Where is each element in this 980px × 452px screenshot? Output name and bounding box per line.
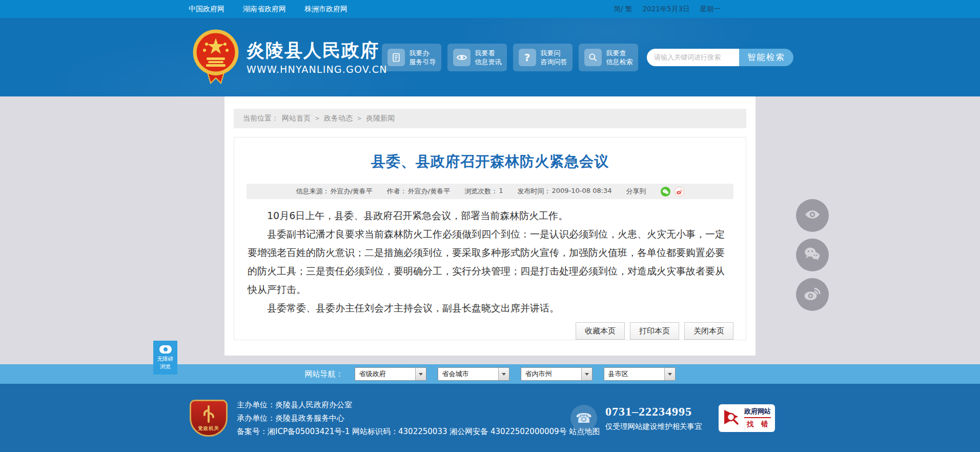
meta-author-label: 作者： (387, 187, 407, 196)
main-area: 当前位置： 网站首页 ＞ 政务动态 ＞ 炎陵新闻 县委、县政府召开森林防火紧急会… (0, 96, 980, 364)
weibo-share-button[interactable] (796, 278, 829, 311)
link-hunan-gov[interactable]: 湖南省政府网 (243, 5, 286, 14)
share-label: 分享到 (626, 187, 646, 196)
article-title: 县委、县政府召开森林防火紧急会议 (247, 152, 733, 171)
error-finder-icon (723, 408, 740, 428)
select-county-districts[interactable]: 县市区 (604, 367, 676, 381)
breadcrumb-label: 当前位置： (243, 114, 279, 123)
button-i-want-to-search[interactable]: 我要查 信息检索 (579, 44, 638, 71)
topbar-links: 中国政府网 湖南省政府网 株洲市政府网 (189, 5, 348, 14)
document-icon (387, 49, 405, 66)
meta-source-value: 外宣办/黄春平 (330, 187, 372, 196)
phone-note: 仅受理网站建设维护相关事宜 (605, 422, 702, 431)
breadcrumb-gov-news[interactable]: 政务动态 (324, 114, 353, 123)
close-page-button[interactable]: 关闭本页 (684, 322, 733, 340)
icp-number: 湘ICP备05003421号-1 (268, 427, 350, 436)
access-label-line2: 浏览 (160, 363, 171, 370)
language-toggle[interactable]: 简/ 繁 (614, 5, 632, 14)
site-logo[interactable]: 炎陵县人民政府 WWW.HNYANLING.GOV.CN (192, 28, 377, 87)
meta-time-label: 发布时间： (517, 187, 550, 196)
qbtn-line1: 我要查 (606, 49, 633, 57)
footer-info: 主办单位：炎陵县人民政府办公室 承办单位：炎陵县政务服务中心 备案号：湘ICP备… (237, 398, 600, 438)
qbtn-line1: 我要看 (475, 49, 502, 57)
site-url: WWW.HNYANLING.GOV.CN (247, 64, 387, 75)
footer-phone: ☎ 0731–22234995 仅受理网站建设维护相关事宜 (570, 405, 702, 431)
question-icon: ? (519, 49, 536, 66)
access-label-line1: 无障碍 (157, 356, 174, 362)
select-provincial-gov[interactable]: 省级政府 (355, 367, 426, 381)
eye-icon (159, 345, 172, 353)
error-badge-action: 找 错 (744, 420, 771, 429)
smart-search-button[interactable]: 智能检索 (739, 49, 793, 66)
qbtn-line2: 服务引导 (410, 57, 436, 66)
site-footer: 党政机关 主办单位：炎陵县人民政府办公室 承办单位：炎陵县政务服务中心 备案号：… (0, 384, 980, 452)
article-paragraph: 县委常委、县委办主任刘会才主持会议，副县长盘晓文出席并讲话。 (248, 299, 732, 317)
breadcrumb-separator: ＞ (356, 114, 363, 123)
select-province-cities[interactable]: 省内市州 (521, 367, 593, 381)
select-value: 省内市州 (521, 369, 552, 379)
qbtn-line2: 咨询问答 (541, 57, 567, 66)
topbar: 中国政府网 湖南省政府网 株洲市政府网 简/ 繁 2021年5月3日 星期一 (0, 0, 980, 18)
select-value: 省会城市 (438, 369, 469, 379)
site-nav-strip: 网站导航： 省级政府 省会城市 省内市州 县市区 (0, 364, 980, 384)
button-i-want-to-read[interactable]: 我要看 信息资讯 (447, 44, 507, 71)
wechat-share-button[interactable] (796, 239, 829, 271)
chevron-down-icon (664, 368, 675, 380)
search-input[interactable] (647, 49, 739, 66)
select-capital-cities[interactable]: 省会城市 (438, 367, 509, 381)
site-code-value: 4302250033 (398, 427, 447, 436)
print-page-button[interactable]: 打印本页 (630, 322, 679, 340)
host-value: 炎陵县人民政府办公室 (275, 400, 352, 409)
content-wrap: 当前位置： 网站首页 ＞ 政务动态 ＞ 炎陵新闻 县委、县政府召开森林防火紧急会… (224, 96, 756, 356)
article-actions: 收藏本页 打印本页 关闭本页 (576, 322, 733, 340)
organizer-value: 炎陵县政务服务中心 (275, 414, 344, 423)
party-emblem-icon (200, 404, 217, 427)
button-i-want-to-ask[interactable]: ? 我要问 咨询问答 (513, 44, 573, 71)
article-card: 县委、县政府召开森林防火紧急会议 信息来源： 外宣办/黄春平 作者： 外宣办/黄… (234, 137, 746, 340)
phone-icon: ☎ (570, 405, 597, 431)
site-header: 炎陵县人民政府 WWW.HNYANLING.GOV.CN 我要办 服务引导 (0, 18, 980, 96)
button-i-want-to-handle[interactable]: 我要办 服务引导 (382, 44, 441, 71)
error-badge-title: 政府网站 (744, 407, 771, 418)
filing-label: 备案号： (237, 427, 268, 436)
select-value: 省级政府 (355, 369, 386, 379)
meta-source-label: 信息来源： (296, 187, 329, 196)
party-gov-badge[interactable]: 党政机关 (190, 400, 228, 437)
breadcrumb-yanling-news[interactable]: 炎陵新闻 (366, 114, 395, 123)
link-zhuzhou-gov[interactable]: 株洲市政府网 (304, 5, 348, 14)
breadcrumb-home[interactable]: 网站首页 (282, 114, 311, 123)
meta-author-value: 外宣办/黄春平 (408, 187, 450, 196)
article-paragraph: 县委副书记潘才良要求当前森林防火工作必须做到四个到位：一是认识必须到位，火患、火… (248, 225, 732, 299)
share-weibo-icon[interactable] (675, 187, 684, 196)
search-bar: 智能检索 (647, 49, 793, 66)
qbtn-line1: 我要问 (541, 49, 567, 57)
phone-number: 0731–22234995 (605, 405, 702, 419)
site-nav-label: 网站导航： (305, 369, 343, 379)
floating-toolbar (796, 199, 829, 311)
gov-site-error-report-button[interactable]: 政府网站 找 错 (719, 404, 775, 432)
meta-views-label: 浏览次数： (464, 187, 498, 196)
wechat-icon (803, 244, 822, 266)
qbtn-line2: 信息检索 (606, 57, 633, 66)
bookmark-page-button[interactable]: 收藏本页 (576, 322, 625, 340)
eye-icon (803, 205, 822, 226)
accessibility-browse-button[interactable]: 无障碍 浏览 (153, 341, 177, 375)
article-paragraph: 10月6日上午，县委、县政府召开紧急会议，部署当前森林防火工作。 (248, 206, 732, 225)
magnifier-icon (584, 49, 602, 66)
eye-icon (453, 49, 471, 66)
share-wechat-icon[interactable] (661, 187, 670, 196)
qbtn-line1: 我要办 (410, 49, 436, 57)
quick-buttons: 我要办 服务引导 我要看 信息资讯 ? 我要 (382, 44, 638, 71)
qbtn-line2: 信息资讯 (475, 57, 502, 66)
chevron-down-icon (415, 368, 426, 380)
select-value: 县市区 (604, 369, 628, 379)
breadcrumb-separator: ＞ (314, 114, 321, 123)
article-meta: 信息来源： 外宣办/黄春平 作者： 外宣办/黄春平 浏览次数： 1 发布时间： … (247, 184, 733, 199)
organizer-label: 承办单位： (237, 414, 275, 423)
meta-time-value: 2009-10-08 08:34 (552, 187, 611, 196)
weibo-icon (803, 284, 822, 305)
breadcrumb: 当前位置： 网站首页 ＞ 政务动态 ＞ 炎陵新闻 (234, 109, 746, 128)
accessibility-eye-button[interactable] (796, 199, 829, 232)
link-china-gov[interactable]: 中国政府网 (189, 5, 224, 14)
article-body: 10月6日上午，县委、县政府召开紧急会议，部署当前森林防火工作。 县委副书记潘才… (247, 199, 733, 317)
